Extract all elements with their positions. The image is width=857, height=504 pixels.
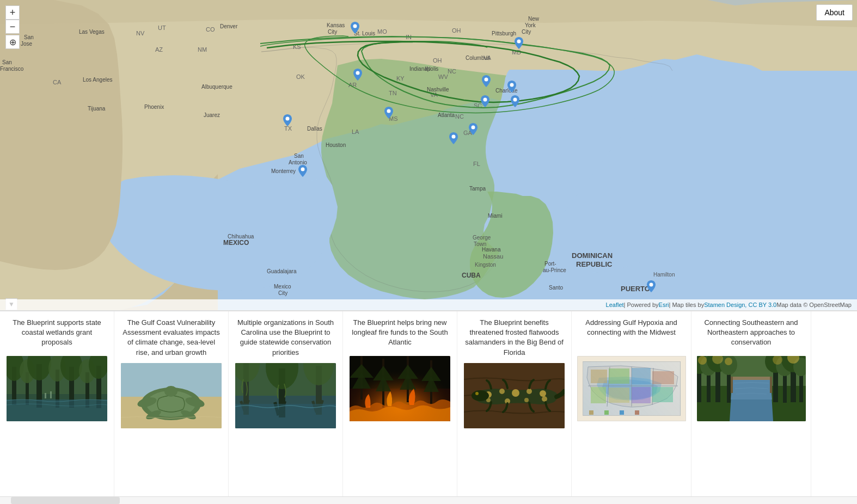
svg-text:Las Vegas: Las Vegas [79, 29, 105, 35]
svg-rect-168 [604, 410, 609, 415]
svg-rect-133 [235, 404, 336, 428]
map-pin-texas[interactable] [283, 114, 292, 126]
map-pin-nc1[interactable] [507, 81, 516, 93]
horizontal-scrollbar[interactable] [0, 496, 857, 504]
svg-text:Nashville: Nashville [427, 87, 449, 93]
svg-rect-159 [591, 370, 607, 383]
attribution-leaflet[interactable]: Leaflet [606, 302, 624, 308]
card-connecting[interactable]: Connecting Southeastern and Northeastern… [691, 311, 811, 501]
map-pin-arkansas[interactable] [353, 69, 362, 81]
svg-point-81 [301, 168, 305, 171]
map-pin-gulf[interactable] [298, 165, 307, 177]
svg-rect-192 [770, 377, 772, 393]
svg-rect-166 [652, 387, 673, 402]
svg-text:LA: LA [352, 128, 359, 135]
map-pin-kansascity[interactable] [351, 22, 359, 34]
svg-text:Atlanta: Atlanta [438, 112, 455, 118]
svg-text:Jose: Jose [21, 41, 33, 47]
svg-text:Los Angeles: Los Angeles [83, 77, 113, 83]
card-longleaf[interactable]: The Blueprint helps bring new longleaf f… [343, 311, 457, 501]
svg-text:Monterrey: Monterrey [271, 168, 296, 174]
card-sc-title: Multiple organizations in South Carolina… [234, 318, 337, 358]
svg-point-89 [650, 283, 653, 287]
bottom-panel: The Blueprint supports state coastal wet… [0, 310, 857, 501]
svg-text:San: San [24, 34, 34, 40]
svg-rect-154 [577, 356, 686, 421]
svg-rect-163 [591, 387, 606, 403]
svg-point-152 [472, 390, 489, 401]
svg-text:York: York [525, 22, 536, 28]
svg-text:au-Prince: au-Prince [543, 267, 566, 273]
svg-text:AZ: AZ [155, 46, 163, 53]
svg-text:Indianapolis: Indianapolis [409, 66, 438, 72]
svg-point-88 [452, 135, 456, 139]
svg-text:CUBA: CUBA [462, 272, 481, 279]
card-wetlands-title: The Blueprint supports state coastal wet… [5, 318, 108, 351]
svg-point-145 [512, 389, 519, 397]
map-pin-virginia[interactable] [482, 75, 491, 87]
card-gulf-hypoxia[interactable]: Addressing Gulf Hypoxia and connecting w… [572, 311, 691, 501]
svg-text:Albuquerque: Albuquerque [201, 84, 232, 90]
map-pin-maryland[interactable] [515, 37, 523, 49]
svg-point-83 [485, 78, 488, 82]
card-salamander[interactable]: The Blueprint benefits threatened froste… [457, 311, 572, 501]
svg-text:FL: FL [473, 161, 480, 167]
svg-text:Phoenix: Phoenix [144, 104, 164, 110]
svg-text:Columbus: Columbus [466, 55, 490, 61]
svg-rect-160 [609, 368, 629, 384]
map-container[interactable]: NV UT CO AZ NM KS OK TX AR LA MS TN KY W… [0, 0, 857, 310]
map-pin-nc2[interactable] [511, 95, 519, 107]
svg-text:Kansas: Kansas [327, 22, 345, 28]
card-wetlands[interactable]: The Blueprint supports state coastal wet… [0, 311, 114, 501]
svg-text:Santo: Santo [549, 285, 564, 291]
about-button[interactable]: About [816, 4, 853, 21]
svg-text:NC: NC [455, 113, 464, 120]
svg-text:Guadalajara: Guadalajara [267, 268, 297, 274]
svg-point-144 [499, 389, 505, 394]
svg-text:Juarez: Juarez [204, 112, 220, 118]
card-vulnerability-image [121, 363, 222, 428]
map-pin-puertorico[interactable] [647, 280, 656, 292]
map-pin-sc[interactable] [481, 95, 489, 107]
svg-text:MEXICO: MEXICO [223, 239, 249, 247]
svg-text:Nassau: Nassau [483, 253, 503, 260]
svg-point-114 [164, 386, 177, 397]
svg-point-84 [510, 83, 514, 87]
map-pin-georgia[interactable] [469, 123, 478, 135]
svg-point-86 [483, 98, 487, 102]
zoom-in-button[interactable]: + [5, 5, 20, 20]
svg-text:OH: OH [433, 57, 442, 64]
card-sc[interactable]: Multiple organizations in South Carolina… [229, 311, 343, 501]
svg-text:NM: NM [198, 46, 207, 53]
svg-rect-191 [731, 377, 733, 393]
svg-point-85 [513, 98, 517, 102]
zoom-out-button[interactable]: − [5, 20, 20, 34]
svg-point-147 [540, 390, 546, 397]
card-wetlands-image [7, 356, 107, 421]
svg-text:Francisco: Francisco [0, 66, 24, 72]
svg-point-195 [725, 358, 732, 365]
svg-rect-190 [731, 377, 772, 380]
svg-rect-106 [7, 399, 107, 421]
compass-button[interactable]: ⊕ [5, 35, 20, 49]
attribution-esri[interactable]: Esri [659, 302, 669, 308]
card-vulnerability-title: The Gulf Coast Vulnerability Assessment … [120, 318, 223, 358]
svg-point-77 [353, 24, 357, 28]
card-connecting-image [697, 356, 806, 421]
svg-text:WV: WV [438, 73, 448, 80]
attribution-stamen[interactable]: Stamen Design, CC BY 3.0 [704, 302, 776, 308]
svg-rect-170 [635, 410, 639, 415]
svg-text:Dallas: Dallas [307, 126, 322, 132]
map-pin-mississippi[interactable] [384, 107, 393, 119]
svg-text:TN: TN [389, 90, 397, 96]
svg-rect-164 [609, 388, 629, 403]
card-gulf-hypoxia-title: Addressing Gulf Hypoxia and connecting w… [577, 318, 685, 351]
card-vulnerability[interactable]: The Gulf Coast Vulnerability Assessment … [114, 311, 229, 501]
svg-point-150 [524, 398, 529, 402]
svg-text:San: San [2, 59, 12, 65]
map-pin-florida[interactable] [449, 132, 458, 144]
svg-text:George: George [473, 235, 491, 241]
svg-rect-167 [589, 410, 593, 415]
svg-text:CA: CA [53, 79, 62, 85]
svg-point-87 [472, 126, 475, 130]
